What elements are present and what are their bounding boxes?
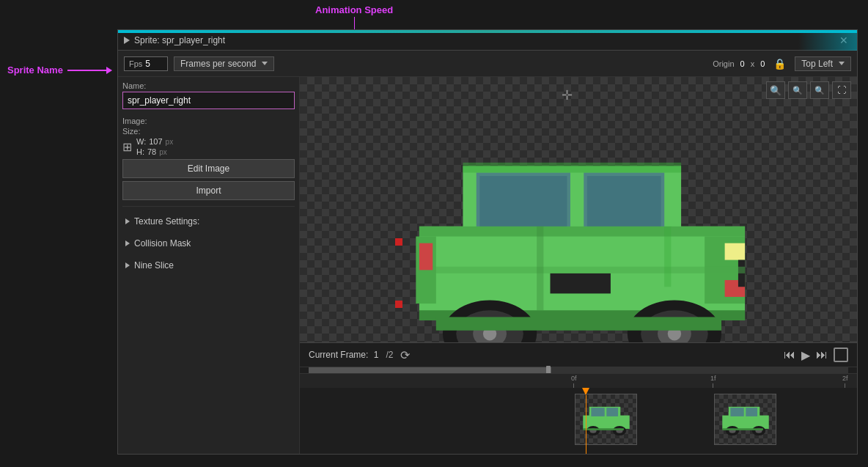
origin-separator: x: [751, 59, 755, 68]
current-frame-label: Current Frame: 1: [309, 350, 378, 360]
play-button[interactable]: ▶: [801, 348, 810, 362]
lock-icon[interactable]: 🔒: [773, 58, 786, 70]
image-section-label: Image:: [122, 117, 295, 125]
frame-thumb-2[interactable]: [714, 394, 776, 445]
fullscreen-button[interactable]: ⛶: [832, 81, 851, 99]
alignment-dropdown-arrow-icon: [839, 62, 845, 65]
skip-back-button[interactable]: ⏮: [784, 348, 795, 362]
content-area: Name: Image: Size: ⊞ W: 107 px: [118, 77, 857, 454]
fps-control[interactable]: Fps 5: [124, 56, 168, 71]
svg-rect-41: [730, 408, 743, 416]
fullscreen-icon: ⛶: [837, 85, 846, 95]
svg-rect-5: [587, 176, 661, 229]
skip-forward-button[interactable]: ⏭: [816, 348, 828, 362]
svg-rect-14: [664, 227, 671, 287]
timeline-controls: Current Frame: 1 /2 ⟳ ⏮ ▶ ⏭: [300, 343, 857, 367]
height-label: H:: [136, 147, 144, 156]
size-label: Size:: [122, 127, 140, 136]
zoom-reset-icon: 🔍: [814, 86, 825, 95]
svg-rect-13: [419, 267, 745, 273]
svg-rect-16: [419, 243, 433, 271]
size-values-row: ⊞ W: 107 px H: 78 px: [122, 137, 295, 156]
dropdown-arrow-icon: [262, 62, 268, 65]
title-bar: Sprite: spr_player_right ✕: [118, 30, 857, 51]
timeline-frames[interactable]: [300, 388, 857, 454]
zoom-reset-button[interactable]: 🔍: [810, 81, 829, 99]
sprite-canvas[interactable]: ✛: [300, 77, 857, 342]
timeline-ruler: 0f 1f 2f: [300, 373, 857, 388]
window-title: Sprite: spr_player_right: [134, 35, 225, 45]
collision-mask-section[interactable]: Collision Mask: [122, 235, 295, 252]
playhead: [582, 388, 589, 454]
svg-rect-17: [550, 273, 610, 293]
crosshair-icon: ✛: [562, 87, 573, 103]
ruler-mark-0: 0f: [571, 375, 577, 388]
svg-rect-4: [479, 176, 567, 229]
sprite-name-input[interactable]: [122, 92, 295, 109]
zoom-out-button[interactable]: 🔍: [766, 81, 785, 99]
svg-rect-10: [725, 243, 745, 260]
import-button[interactable]: Import: [122, 181, 295, 200]
width-px: px: [166, 138, 174, 146]
sprite-window: Sprite: spr_player_right ✕ Fps 5 Frames …: [117, 29, 858, 455]
loop-button[interactable]: ⟳: [400, 348, 410, 362]
width-value: 107: [149, 137, 162, 146]
frames-per-second-label: Frames per second: [180, 59, 256, 69]
ruler-mark-1: 1f: [710, 375, 716, 388]
bottom-marker: [395, 301, 402, 308]
texture-settings-label: Texture Settings:: [134, 216, 199, 227]
ruler-mark-2: 2f: [842, 375, 848, 388]
fps-label: Fps: [129, 59, 142, 68]
texture-settings-section[interactable]: Texture Settings:: [122, 213, 295, 230]
title-bar-left: Sprite: spr_player_right: [124, 35, 225, 45]
scrubber-track[interactable]: [309, 367, 848, 373]
origin-label: Origin: [713, 59, 734, 68]
size-row: Size:: [122, 127, 295, 136]
image-section: Image: Size: ⊞ W: 107 px H: 78: [122, 114, 295, 200]
nine-slice-label: Nine Slice: [134, 260, 174, 271]
svg-rect-15: [537, 227, 543, 310]
ruler-mark-1-label: 1f: [710, 375, 716, 382]
collision-mask-triangle-icon: [125, 240, 130, 246]
svg-rect-6: [419, 227, 745, 237]
top-controls-bar: Fps 5 Frames per second Origin 0 x 0 🔒 T…: [118, 51, 857, 77]
origin-x-value: 0: [740, 59, 745, 68]
height-line: H: 78 px: [136, 147, 173, 156]
title-bar-gradient: [798, 30, 857, 51]
svg-rect-12: [738, 260, 745, 287]
name-field-label: Name:: [122, 81, 295, 90]
svg-rect-47: [722, 428, 763, 430]
record-button[interactable]: [834, 348, 848, 362]
nine-slice-section[interactable]: Nine Slice: [122, 257, 295, 274]
zoom-in-button[interactable]: 🔍: [788, 81, 807, 99]
current-frame-value: 1: [374, 350, 379, 360]
width-line: W: 107 px: [136, 137, 173, 146]
alignment-dropdown[interactable]: Top Left: [795, 56, 851, 71]
canvas-toolbar: 🔍 🔍 🔍 ⛶: [766, 81, 851, 99]
title-triangle-icon: [124, 37, 130, 44]
svg-rect-28: [436, 317, 721, 330]
image-buttons: Edit Image Import: [122, 159, 295, 200]
frames-per-second-dropdown[interactable]: Frames per second: [174, 56, 274, 71]
left-marker: [395, 238, 402, 246]
size-values: W: 107 px H: 78 px: [136, 137, 173, 156]
edit-image-button[interactable]: Edit Image: [122, 159, 295, 178]
divider-1: [122, 206, 295, 207]
playhead-head: [582, 388, 589, 395]
frame-label-text: Current Frame:: [309, 350, 368, 360]
car-sprite: [402, 114, 762, 342]
timeline-area: Current Frame: 1 /2 ⟳ ⏮ ▶ ⏭: [300, 342, 857, 454]
svg-rect-29: [463, 163, 681, 173]
annotation-animation-speed-text: Animation Speed: [315, 4, 393, 15]
annotation-sprite-name-text: Sprite Name: [7, 65, 63, 76]
canvas-area: 🔍 🔍 🔍 ⛶ ✛: [300, 77, 857, 454]
height-value: 78: [147, 147, 156, 156]
origin-y-value: 0: [760, 59, 765, 68]
playhead-line: [586, 395, 586, 454]
width-label: W:: [136, 137, 146, 146]
teal-header-bar: [118, 30, 857, 33]
svg-rect-32: [591, 408, 604, 416]
playback-controls: ⏮ ▶ ⏭: [784, 348, 848, 362]
total-frames: /2: [386, 350, 393, 360]
height-px: px: [159, 148, 167, 156]
